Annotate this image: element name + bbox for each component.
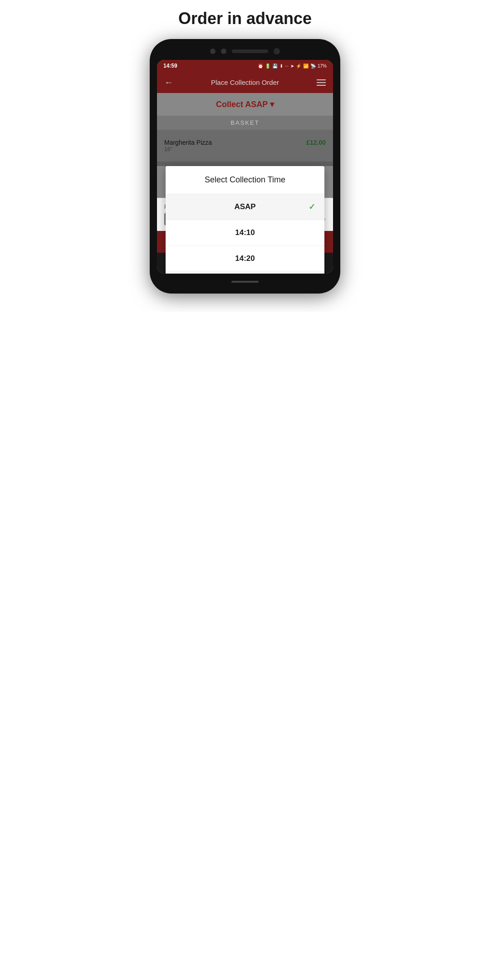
time-option-1420[interactable]: 14:20 xyxy=(166,246,324,272)
time-option-1410[interactable]: 14:10 xyxy=(166,220,324,246)
back-button[interactable]: ← xyxy=(164,77,173,88)
phone-screen: 14:59 ⏰ 🔋 💾 ⬇ ··· ➤ ⚡ 📶 📡 17% ← Place Co xyxy=(157,60,333,274)
menu-line-3 xyxy=(317,85,326,86)
collect-chevron-icon: ▾ xyxy=(270,100,274,109)
basket-label: BASKET xyxy=(230,119,259,126)
wifi-icon: 📡 xyxy=(310,64,316,69)
sd-icon: 💾 xyxy=(272,64,278,69)
screen-content: 14:59 ⏰ 🔋 💾 ⬇ ··· ➤ ⚡ 📶 📡 17% ← Place Co xyxy=(157,60,333,274)
camera-dot-right xyxy=(221,49,226,54)
status-icons: ⏰ 🔋 💾 ⬇ ··· ➤ ⚡ 📶 📡 17% xyxy=(258,64,327,69)
collect-asap-text: Collect ASAP ▾ xyxy=(216,100,274,109)
basket-header: BASKET xyxy=(157,116,333,130)
collect-asap-row[interactable]: Collect ASAP ▾ xyxy=(157,93,333,116)
battery-icon: 🔋 xyxy=(265,64,270,69)
menu-line-1 xyxy=(317,79,326,80)
phone-frame: 14:59 ⏰ 🔋 💾 ⬇ ··· ➤ ⚡ 📶 📡 17% ← Place Co xyxy=(150,39,340,294)
camera-dot-left xyxy=(210,49,216,54)
dots-icon: ··· xyxy=(285,64,289,69)
collection-time-modal: Select Collection Time ASAP ✓ 14:10 14:2… xyxy=(166,166,324,274)
status-bar: 14:59 ⏰ 🔋 💾 ⬇ ··· ➤ ⚡ 📶 📡 17% xyxy=(157,60,333,72)
home-indicator xyxy=(231,281,259,283)
phone-bottom xyxy=(157,277,333,286)
time-option-1430[interactable]: 14:30 xyxy=(166,272,324,274)
basket-area: Margherita Pizza 16" £12.00 Select Colle… xyxy=(157,130,333,162)
app-header: ← Place Collection Order xyxy=(157,72,333,93)
collect-asap-label: Collect ASAP xyxy=(216,100,268,109)
menu-line-2 xyxy=(317,82,326,83)
phone-top-bar xyxy=(157,46,333,56)
download-icon: ⬇ xyxy=(279,64,283,69)
bluetooth-icon: ⚡ xyxy=(296,64,301,69)
location-icon: ➤ xyxy=(290,64,294,69)
alarm-icon: ⏰ xyxy=(258,64,263,69)
time-label-1410: 14:10 xyxy=(235,228,255,237)
modal-title: Select Collection Time xyxy=(166,166,324,194)
signal-icon: 📶 xyxy=(303,64,309,69)
check-icon: ✓ xyxy=(309,202,315,212)
page-title: Order in advance xyxy=(178,9,312,28)
status-time: 14:59 xyxy=(163,63,177,69)
time-label-asap: ASAP xyxy=(234,202,255,211)
battery-level: 17% xyxy=(318,64,327,69)
menu-button[interactable] xyxy=(317,79,326,86)
header-title: Place Collection Order xyxy=(211,78,279,86)
modal-overlay: Select Collection Time ASAP ✓ 14:10 14:2… xyxy=(157,130,333,166)
time-label-1420: 14:20 xyxy=(235,254,255,263)
time-option-asap[interactable]: ASAP ✓ xyxy=(166,194,324,220)
speaker-bar xyxy=(232,49,268,53)
front-camera xyxy=(274,48,280,54)
